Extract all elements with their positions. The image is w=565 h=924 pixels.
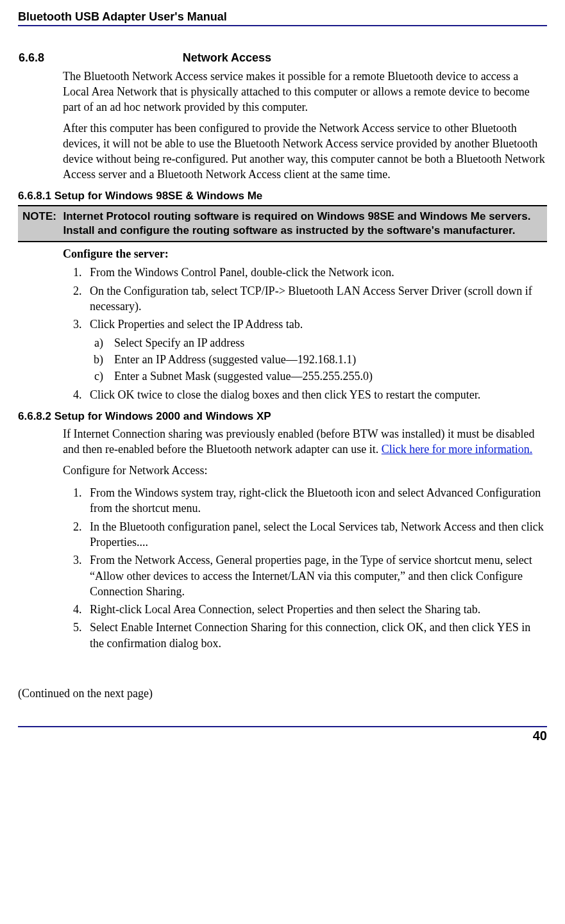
- section-title: Network Access: [182, 51, 547, 65]
- xp-step-4: Right-click Local Area Connection, selec…: [85, 602, 547, 617]
- xp-step-5: Select Enable Internet Connection Sharin…: [85, 620, 547, 651]
- step-3c: Enter a Subnet Mask (suggested value—255…: [109, 368, 547, 384]
- section-668-header: 6.6.8 Network Access: [18, 51, 547, 65]
- step-3-substeps: Select Specify an IP address Enter an IP…: [90, 335, 547, 384]
- steps-6681: From the Windows Control Panel, double-c…: [63, 265, 547, 402]
- section-number: 6.6.8: [18, 51, 182, 65]
- section-668-para1: The Bluetooth Network Access service mak…: [63, 69, 547, 115]
- section-6682-heading: 6.6.8.2 Setup for Windows 2000 and Windo…: [18, 410, 547, 423]
- step-3-text: Click Properties and select the IP Addre…: [90, 318, 303, 331]
- step-3: Click Properties and select the IP Addre…: [85, 317, 547, 384]
- step-3b: Enter an IP Address (suggested value—192…: [109, 352, 547, 367]
- continued-note: (Continued on the next page): [18, 687, 547, 700]
- configure-server-label: Configure the server:: [63, 247, 547, 261]
- header-title: Bluetooth USB Adapter User's Manual: [18, 10, 227, 23]
- note-label: NOTE:: [22, 209, 62, 238]
- step-4: Click OK twice to close the dialog boxes…: [85, 387, 547, 402]
- note-box: NOTE: Internet Protocol routing software…: [18, 205, 547, 242]
- configure-network-label: Configure for Network Access:: [63, 463, 547, 479]
- xp-step-1: From the Windows system tray, right-clic…: [85, 485, 547, 516]
- steps-6682: From the Windows system tray, right-clic…: [63, 485, 547, 651]
- section-6681-heading: 6.6.8.1 Setup for Windows 98SE & Windows…: [18, 190, 547, 202]
- xp-step-3: From the Network Access, General propert…: [85, 552, 547, 599]
- page-number: 40: [533, 729, 547, 743]
- note-line2: Install and configure the routing softwa…: [63, 224, 543, 238]
- section-668-para2: After this computer has been configured …: [63, 121, 547, 182]
- note-line1: Internet Protocol routing software is re…: [63, 210, 543, 224]
- xp-step-2: In the Bluetooth configuration panel, se…: [85, 519, 547, 550]
- more-info-link[interactable]: Click here for more information.: [382, 443, 532, 456]
- step-2: On the Configuration tab, select TCP/IP-…: [85, 283, 547, 315]
- section-6682-intro: If Internet Connection sharing was previ…: [63, 427, 547, 458]
- step-3a: Select Specify an IP address: [109, 335, 547, 351]
- step-1: From the Windows Control Panel, double-c…: [85, 265, 547, 280]
